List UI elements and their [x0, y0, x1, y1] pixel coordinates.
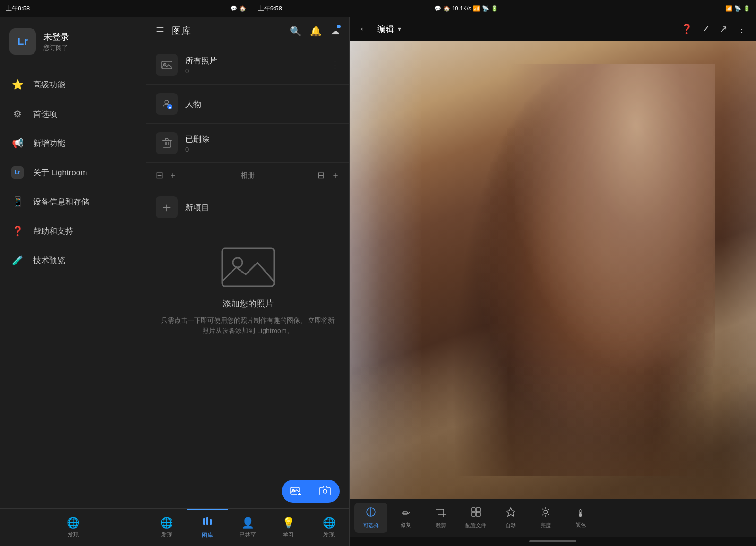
bottom-fab-area: [146, 474, 349, 508]
sidebar-item-newfeatures[interactable]: 📢 新增功能: [0, 128, 146, 158]
presets-icon: [471, 507, 481, 520]
share-icon[interactable]: ↗: [720, 23, 728, 34]
library-item-people[interactable]: ★ 人物: [146, 85, 349, 124]
photo-display: [350, 41, 756, 499]
add-album-icon-left[interactable]: ＋: [169, 170, 177, 181]
nav-item-shared[interactable]: 👤 已共享: [228, 509, 268, 546]
time-mid: 上午9:58: [258, 4, 282, 13]
sidebar-item-premium[interactable]: ⭐ 高级功能: [0, 70, 146, 99]
battery-icon: 🔋: [491, 5, 498, 12]
crop-label: 裁剪: [436, 522, 446, 529]
new-project-item[interactable]: ＋ 新项目: [146, 188, 349, 227]
svg-rect-0: [162, 61, 172, 69]
add-icon[interactable]: ＋: [331, 170, 340, 181]
help-editor-icon[interactable]: ❓: [681, 23, 693, 34]
more-icon[interactable]: ⋮: [737, 23, 747, 34]
library-list: 所有照片 0 ⋮ ★ 人物: [146, 45, 349, 474]
editor-actions: ❓ ✓ ↗ ⋮: [681, 23, 747, 34]
editor-dropdown-icon[interactable]: ▾: [398, 25, 401, 33]
svg-line-37: [542, 514, 543, 515]
tool-brightness[interactable]: 亮度: [529, 503, 562, 533]
wifi-icon: 📡: [482, 5, 489, 12]
sidebar-nav-discover[interactable]: 🌐 发现: [0, 516, 146, 539]
network-speed-mid: 19.1K/s: [452, 5, 472, 12]
fab-combined: [282, 480, 340, 503]
library-item-deleted[interactable]: 已删除 0: [146, 124, 349, 163]
auto-icon: [506, 507, 516, 520]
checkmark-icon[interactable]: ✓: [702, 23, 710, 34]
svg-rect-19: [206, 517, 208, 525]
empty-title: 添加您的照片: [223, 298, 274, 309]
auto-label: 自动: [506, 522, 516, 529]
all-photos-icon: [156, 54, 178, 76]
search-icon[interactable]: 🔍: [290, 26, 301, 37]
lr-logo: Lr: [9, 28, 36, 55]
sort-icon[interactable]: ⊟: [318, 170, 325, 180]
sidebar-user-info: 未登录 您订阅了: [43, 31, 69, 52]
sidebar-label-newfeatures: 新增功能: [33, 138, 65, 149]
filter-icon-left[interactable]: ⊟: [156, 170, 163, 180]
sidebar-item-device[interactable]: 📱 设备信息和存储: [0, 187, 146, 216]
status-icons-right: 📶 📡 🔋: [725, 5, 750, 12]
tool-repair[interactable]: ✏ 修复: [389, 503, 422, 532]
tool-select[interactable]: 可选择: [354, 503, 387, 533]
nav-item-library[interactable]: 图库: [187, 509, 228, 546]
repair-icon: ✏: [402, 507, 410, 520]
albums-section-header: ⊟ ＋ 相册 ⊟ ＋: [146, 163, 349, 188]
svg-rect-10: [222, 248, 274, 286]
wifi-right: 📡: [734, 5, 741, 12]
premium-icon: ⭐: [11, 78, 24, 91]
indicator-bar: [529, 540, 576, 542]
tool-crop[interactable]: 裁剪: [424, 503, 457, 533]
crop-icon: [436, 507, 446, 520]
nav-item-discover2[interactable]: 🌐 发现: [309, 509, 349, 546]
sidebar-bottom-nav: 🌐 发现: [0, 508, 146, 546]
svg-line-35: [548, 514, 549, 515]
floor-overlay: [350, 361, 756, 499]
library-header-right: 🔍 🔔 ☁: [290, 26, 340, 37]
main-area: Lr 未登录 您订阅了 ⭐ 高级功能 ⚙ 首选项 📢 新增功能 Lr 关于 Li…: [0, 17, 756, 546]
svg-point-2: [165, 100, 169, 104]
editor-panel: ← 编辑 ▾ ❓ ✓ ↗ ⋮: [350, 17, 756, 546]
editor-header: ← 编辑 ▾ ❓ ✓ ↗ ⋮: [350, 17, 756, 41]
tool-color[interactable]: 🌡 颜色: [564, 503, 597, 532]
tool-presets[interactable]: 配置文件: [459, 503, 492, 533]
svg-point-11: [233, 258, 242, 267]
people-icon: ★: [156, 93, 178, 115]
hamburger-icon[interactable]: ☰: [156, 26, 164, 37]
library-item-all-photos[interactable]: 所有照片 0 ⋮: [146, 45, 349, 85]
sidebar-item-prefs[interactable]: ⚙ 首选项: [0, 99, 146, 128]
empty-desc: 只需点击一下即可使用您的照片制作有趣的图像。 立即将新照片从设备添加到 Ligh…: [161, 315, 335, 336]
library-panel: ☰ 图库 🔍 🔔 ☁: [146, 17, 350, 546]
discover-label-sidebar: 发现: [68, 531, 79, 539]
sidebar-item-help[interactable]: ❓ 帮助和支持: [0, 216, 146, 246]
albums-header-left: ⊟ ＋: [156, 170, 177, 181]
learn-nav-icon: 💡: [282, 517, 295, 529]
all-photos-count: 0: [185, 68, 330, 75]
library-header-left: ☰ 图库: [156, 25, 191, 37]
svg-text:★: ★: [168, 105, 172, 110]
all-photos-more[interactable]: ⋮: [330, 59, 340, 70]
nav-item-learn[interactable]: 💡 学习: [268, 509, 309, 546]
library-nav-label: 图库: [202, 531, 213, 539]
tool-auto[interactable]: 自动: [494, 503, 527, 533]
bell-icon[interactable]: 🔔: [310, 26, 322, 37]
people-info: 人物: [185, 99, 340, 110]
select-icon: [366, 507, 376, 520]
albums-section-icons: ⊟ ＋: [318, 170, 340, 181]
library-title: 图库: [172, 25, 191, 37]
svg-line-36: [548, 509, 549, 510]
sidebar-item-about[interactable]: Lr 关于 Lightroom: [0, 158, 146, 187]
svg-rect-24: [472, 508, 475, 512]
sidebar-item-tech[interactable]: 🧪 技术预览: [0, 246, 146, 275]
add-photo-fab[interactable]: [282, 480, 310, 503]
cloud-sync-icon[interactable]: ☁: [330, 26, 340, 37]
camera-fab[interactable]: [310, 480, 340, 503]
nav-item-discover[interactable]: 🌐 发现: [146, 509, 187, 546]
deleted-info: 已删除 0: [185, 134, 340, 153]
back-button[interactable]: ←: [359, 23, 369, 35]
about-icon: Lr: [11, 166, 24, 179]
svg-rect-20: [210, 519, 212, 525]
sidebar-label-premium: 高级功能: [33, 79, 65, 90]
signal-right: 📶: [725, 5, 732, 12]
